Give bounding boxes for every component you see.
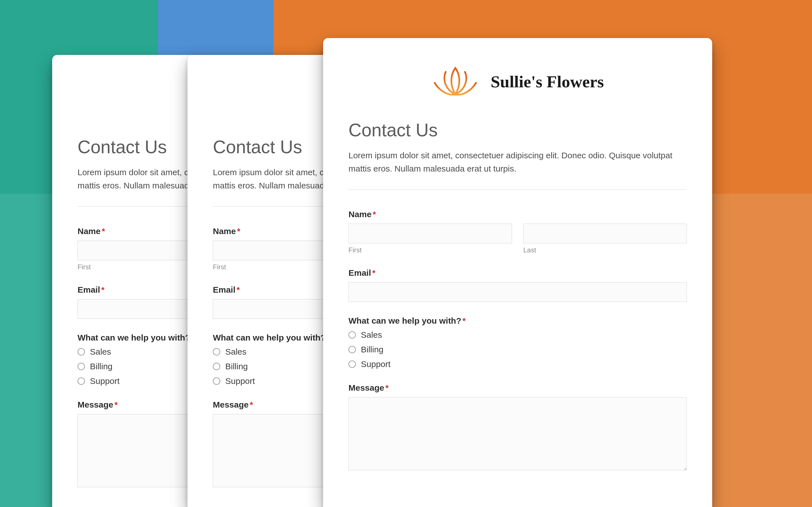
first-name-sublabel: First [349, 246, 512, 254]
message-label-text: Message [78, 400, 113, 409]
topic-block: What can we help you with?* Sales Billin… [349, 316, 687, 369]
lotus-icon [432, 63, 479, 100]
radio-input[interactable] [78, 363, 85, 370]
radio-input[interactable] [78, 378, 85, 385]
radio-label: Support [90, 376, 119, 386]
name-label-text: Name [213, 226, 236, 236]
form-intro: Lorem ipsum dolor sit amet, consectetuer… [349, 149, 687, 175]
message-input[interactable] [349, 397, 687, 470]
name-label-text: Name [349, 210, 371, 219]
required-mark: * [237, 226, 241, 236]
radio-label: Billing [361, 345, 384, 354]
topic-option-support[interactable]: Support [349, 359, 687, 369]
message-label: Message* [349, 383, 687, 393]
radio-input[interactable] [349, 331, 356, 339]
logo-row: Sullie's Flowers [349, 63, 687, 100]
required-mark: * [102, 226, 105, 236]
topic-label-text: What can we help you with? [213, 333, 326, 342]
required-mark: * [101, 285, 105, 294]
required-mark: * [373, 210, 376, 219]
email-label: Email* [349, 268, 687, 278]
topic-label-text: What can we help you with? [349, 316, 461, 325]
email-label-text: Email [213, 285, 236, 294]
radio-label: Billing [225, 362, 248, 371]
last-name-input[interactable] [523, 224, 687, 243]
form-heading: Contact Us [349, 120, 687, 140]
topic-label-text: What can we help you with? [78, 333, 190, 342]
brand-name: Sullie's Flowers [491, 72, 604, 92]
message-label-text: Message [213, 400, 249, 409]
divider [349, 189, 687, 190]
radio-label: Billing [90, 362, 112, 371]
name-block: Name* First Last [349, 210, 687, 254]
radio-label: Support [225, 376, 255, 386]
topic-label: What can we help you with?* [349, 316, 687, 326]
email-block: Email* [349, 268, 687, 302]
message-block: Message* [349, 383, 687, 471]
name-label-text: Name [78, 226, 101, 236]
email-input[interactable] [349, 282, 687, 302]
radio-label: Sales [225, 347, 246, 356]
form-card-orange: Sullie's Flowers Contact Us Lorem ipsum … [323, 38, 712, 507]
topic-option-billing[interactable]: Billing [349, 345, 687, 354]
email-label-text: Email [78, 285, 100, 294]
name-label: Name* [349, 210, 687, 219]
radio-input[interactable] [213, 378, 220, 385]
radio-label: Sales [90, 347, 111, 356]
radio-input[interactable] [349, 346, 356, 353]
radio-input[interactable] [213, 363, 220, 370]
required-mark: * [386, 383, 389, 392]
required-mark: * [114, 400, 118, 409]
stage: Contact Us Lorem ipsum dolor sit amet, c… [0, 0, 812, 507]
message-label-text: Message [349, 383, 384, 392]
radio-label: Support [361, 359, 391, 369]
required-mark: * [372, 268, 375, 277]
radio-input[interactable] [213, 348, 220, 355]
radio-input[interactable] [78, 348, 85, 355]
radio-input[interactable] [349, 360, 356, 368]
email-label-text: Email [349, 268, 371, 277]
radio-label: Sales [361, 330, 382, 340]
required-mark: * [237, 285, 240, 294]
required-mark: * [462, 316, 466, 325]
first-name-input[interactable] [349, 224, 512, 243]
required-mark: * [250, 400, 253, 409]
topic-option-sales[interactable]: Sales [349, 330, 687, 340]
last-name-sublabel: Last [523, 246, 687, 254]
